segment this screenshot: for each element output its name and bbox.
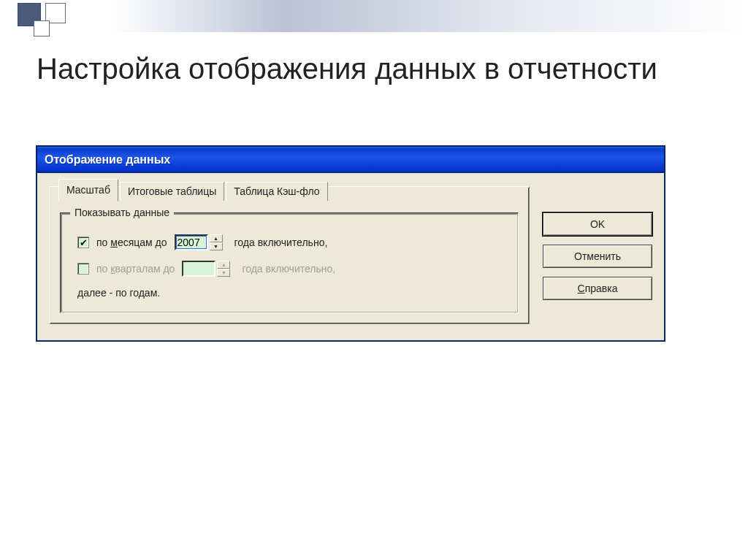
dialog-title: Отображение данных <box>45 153 170 166</box>
year-spinner-months: ▲ ▼ <box>175 234 223 250</box>
row-by-months: ✔ по месяцам до ▲ ▼ года включительно, <box>77 234 505 250</box>
dialog-window: Отображение данных Масштаб Итоговые табл… <box>37 146 665 341</box>
deco-square <box>34 20 50 37</box>
spin-down-icon[interactable]: ▼ <box>210 242 223 250</box>
label-suffix-months: года включительно, <box>234 237 328 248</box>
label-part: по <box>96 237 110 248</box>
label-underline: м <box>110 237 118 248</box>
label-suffix-quarters: года включительно, <box>242 263 335 275</box>
year-input-quarters <box>182 261 215 277</box>
tab-scale[interactable]: Масштаб <box>58 179 118 202</box>
row-by-quarters: по кварталам до ▲ ▼ года включительно, <box>77 261 505 277</box>
checkbox-by-months[interactable]: ✔ <box>77 237 89 248</box>
group-show-data: Показывать данные ✔ по месяцам до ▲ ▼ го… <box>60 212 519 313</box>
button-underline: С <box>578 283 585 294</box>
slide-decoration <box>0 0 748 32</box>
spinner-buttons: ▲ ▼ <box>210 234 223 250</box>
spinner-buttons: ▲ ▼ <box>217 261 230 277</box>
button-label-rest: правка <box>585 283 618 294</box>
year-spinner-quarters: ▲ ▼ <box>182 261 230 277</box>
group-legend: Показывать данные <box>70 207 174 218</box>
tab-summary-tables[interactable]: Итоговые таблицы <box>120 182 224 201</box>
help-button[interactable]: Справка <box>543 277 652 300</box>
button-column: OK Отменить Справка <box>543 186 652 324</box>
label-part: варталам до <box>115 263 175 275</box>
dialog-client-area: Масштаб Итоговые таблицы Таблица Кэш-фло… <box>37 173 664 340</box>
year-input-months[interactable] <box>175 234 208 250</box>
dialog-titlebar[interactable]: Отображение данных <box>37 147 664 173</box>
ok-button[interactable]: OK <box>543 212 652 236</box>
spin-down-icon: ▼ <box>217 269 230 277</box>
cancel-button[interactable]: Отменить <box>543 245 652 268</box>
page-title: Настройка отображения данных в отчетност… <box>37 51 657 86</box>
label-part: есяцам до <box>118 237 167 248</box>
label-part: по <box>96 263 110 275</box>
tab-strip: Масштаб Итоговые таблицы Таблица Кэш-фло <box>58 178 519 201</box>
tab-panel: Масштаб Итоговые таблицы Таблица Кэш-фло… <box>49 186 530 324</box>
label-by-months: по месяцам до <box>96 237 167 248</box>
spin-up-icon[interactable]: ▲ <box>210 234 223 242</box>
label-by-quarters: по кварталам до <box>96 263 175 275</box>
checkbox-by-quarters[interactable] <box>77 263 89 275</box>
spin-up-icon: ▲ <box>217 261 230 269</box>
label-then-years: далее - по годам. <box>77 287 505 299</box>
tab-cashflow-table[interactable]: Таблица Кэш-фло <box>226 182 327 201</box>
